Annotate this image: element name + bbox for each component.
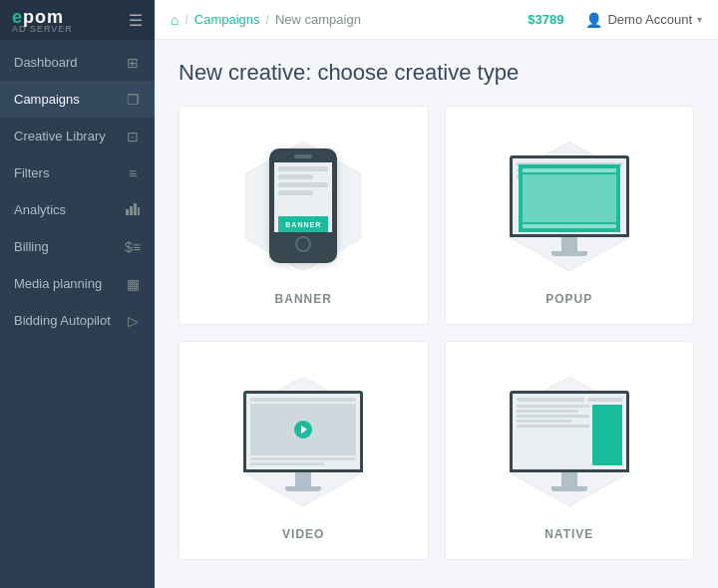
monitor-base (551, 251, 587, 256)
phone-screen: BANNER (274, 162, 332, 232)
popup-overlay (519, 164, 620, 232)
native-top-area (517, 398, 622, 402)
account-menu[interactable]: 👤 Demo Account ▾ (585, 12, 702, 28)
video-illustration-container (223, 369, 383, 513)
monitor-stand (561, 237, 577, 251)
creative-type-popup[interactable]: POPUP (445, 106, 695, 325)
native-text-column (517, 405, 589, 465)
popup-illustration-container (490, 134, 649, 278)
home-icon[interactable]: ⌂ (171, 12, 179, 28)
play-triangle (301, 426, 307, 434)
banner-illustration-container: BANNER (223, 134, 383, 278)
monitor-screen (510, 391, 629, 472)
sidebar-item-label: Creative Library (14, 129, 141, 144)
sidebar-item-label: Bidding Autopilot (14, 313, 141, 328)
svg-rect-3 (138, 207, 140, 215)
sidebar-item-analytics[interactable]: Analytics (0, 191, 155, 228)
popup-overlay-line (523, 224, 616, 228)
native-top-line (587, 398, 621, 402)
sidebar-item-filters[interactable]: Filters ≡ (0, 154, 155, 191)
sidebar-navigation: Dashboard ⊞ Campaigns ❐ Creative Library… (0, 40, 155, 339)
native-monitor-illustration (510, 391, 629, 491)
video-player-area (250, 404, 356, 455)
sidebar-item-campaigns[interactable]: Campaigns ❐ (0, 81, 155, 118)
monitor-stand (295, 472, 311, 486)
popup-overlay-line (523, 168, 616, 172)
topbar: ⌂ / Campaigns / New campaign $3789 👤 Dem… (155, 0, 718, 40)
popup-monitor-illustration (510, 155, 629, 256)
phone-content-line (278, 190, 313, 195)
video-bottom-lines (250, 457, 356, 465)
phone-banner-strip: BANNER (278, 216, 328, 232)
bidding-autopilot-icon: ▷ (123, 313, 143, 329)
sidebar-item-dashboard[interactable]: Dashboard ⊞ (0, 44, 155, 81)
native-text-line (517, 415, 589, 418)
svg-rect-0 (126, 209, 129, 215)
sidebar-item-creative-library[interactable]: Creative Library ⊡ (0, 118, 155, 154)
creative-library-icon: ⊡ (123, 129, 143, 145)
user-icon: 👤 (585, 12, 602, 28)
creative-type-grid: BANNER BANNER (179, 106, 694, 560)
chevron-down-icon: ▾ (697, 14, 702, 25)
play-button-icon (294, 421, 312, 439)
native-text-line (517, 405, 589, 408)
page-title: New creative: choose creative type (179, 60, 694, 86)
content-area: New creative: choose creative type (155, 40, 718, 588)
native-card-label: NATIVE (544, 527, 593, 541)
monitor-base (285, 486, 321, 491)
sidebar-item-bidding-autopilot[interactable]: Bidding Autopilot ▷ (0, 302, 155, 339)
main-content: ⌂ / Campaigns / New campaign $3789 👤 Dem… (155, 0, 718, 588)
native-screen-content (513, 394, 626, 469)
creative-type-video[interactable]: VIDEO (179, 341, 429, 560)
banner-phone-illustration: BANNER (269, 148, 337, 263)
dashboard-icon: ⊞ (123, 55, 143, 71)
phone-content (278, 166, 328, 195)
video-monitor-illustration (243, 391, 363, 491)
creative-type-native[interactable]: NATIVE (445, 341, 695, 560)
banner-card-label: BANNER (275, 292, 332, 306)
popup-screen-content (513, 158, 626, 234)
video-top-line (250, 398, 356, 402)
analytics-icon (123, 202, 143, 218)
native-text-line (517, 425, 589, 428)
svg-rect-1 (130, 206, 133, 215)
breadcrumb: ⌂ / Campaigns / New campaign (171, 12, 520, 28)
sidebar-item-billing[interactable]: Billing $≡ (0, 228, 155, 265)
logo-text: epom AD SERVER (12, 7, 73, 34)
sidebar-item-label: Campaigns (14, 92, 141, 107)
svg-rect-2 (134, 203, 137, 215)
account-balance: $3789 (528, 12, 563, 27)
popup-overlay-area (523, 174, 616, 222)
native-image-block (592, 405, 622, 465)
media-planning-icon: ▦ (123, 276, 143, 292)
breadcrumb-separator: / (266, 13, 269, 27)
phone-content-line (278, 166, 328, 171)
breadcrumb-current-page: New campaign (275, 12, 361, 27)
sidebar-logo: epom AD SERVER ☰ (0, 0, 155, 40)
phone-content-line (278, 174, 313, 179)
hamburger-icon[interactable]: ☰ (129, 11, 143, 30)
sidebar-item-label: Filters (14, 165, 141, 180)
billing-icon: $≡ (123, 239, 143, 255)
native-text-line (517, 420, 571, 423)
sidebar-item-label: Analytics (14, 202, 141, 217)
native-illustration-container (490, 369, 649, 513)
sidebar-item-label: Media planning (14, 276, 141, 291)
filters-icon: ≡ (123, 165, 143, 181)
campaigns-icon: ❐ (123, 92, 143, 108)
sidebar-item-media-planning[interactable]: Media planning ▦ (0, 265, 155, 302)
native-body-area (517, 405, 622, 465)
sidebar-item-label: Billing (14, 239, 141, 254)
account-label: Demo Account (607, 12, 692, 27)
creative-type-banner[interactable]: BANNER BANNER (179, 106, 429, 325)
sidebar-item-label: Dashboard (14, 55, 141, 70)
breadcrumb-separator: / (184, 13, 187, 27)
video-bottom-line (250, 457, 356, 460)
video-screen-content (246, 394, 360, 469)
video-bottom-line (250, 462, 324, 465)
monitor-screen (243, 391, 363, 472)
sidebar: epom AD SERVER ☰ Dashboard ⊞ Campaigns ❐… (0, 0, 155, 588)
monitor-base (551, 486, 587, 491)
breadcrumb-campaigns-link[interactable]: Campaigns (194, 12, 260, 27)
video-card-label: VIDEO (282, 527, 324, 541)
